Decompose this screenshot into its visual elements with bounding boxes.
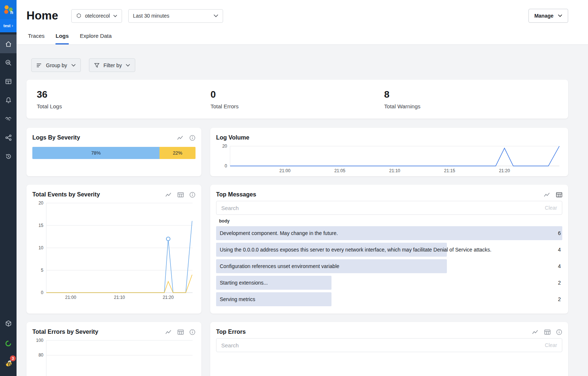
stat-value: 36: [37, 89, 211, 100]
service-map-icon: [5, 134, 12, 141]
card-title: Total Events by Severity: [32, 191, 165, 198]
filter-by-button[interactable]: Filter by: [89, 58, 136, 72]
table-icon[interactable]: [178, 192, 184, 198]
total-events-chart: 0510152021:0021:1021:20: [32, 201, 196, 301]
top-messages-rows: Development component. May change in the…: [216, 226, 562, 306]
time-range-selector[interactable]: Last 30 minutes: [128, 9, 223, 23]
table-icon[interactable]: [178, 329, 184, 335]
page-header: Home otelcorecol Last 30 minutes: [17, 0, 588, 45]
sidebar-item-home[interactable]: [0, 35, 17, 53]
sidebar-item-status[interactable]: [0, 333, 17, 353]
info-icon[interactable]: [189, 192, 196, 198]
tab-bar: Traces Logs Explore Data: [17, 23, 588, 45]
environment-label: test: [3, 24, 11, 28]
sidebar-item-history[interactable]: [0, 147, 17, 166]
query-icon: [5, 59, 12, 66]
message-text: Development component. May change in the…: [216, 230, 338, 236]
sidebar-item-service-map[interactable]: [0, 128, 17, 147]
notification-badge: 3: [10, 355, 16, 361]
line-chart-icon[interactable]: [532, 329, 539, 335]
hexagon-icon: [76, 13, 82, 19]
sidebar-item-slos[interactable]: [0, 109, 17, 128]
status-ring-icon: [5, 340, 12, 347]
sidebar-item-boards[interactable]: [0, 72, 17, 91]
main-content: Home otelcorecol Last 30 minutes: [17, 0, 588, 376]
sidebar-item-query[interactable]: [0, 53, 17, 72]
search-input[interactable]: [221, 342, 545, 348]
svg-text:20: 20: [39, 201, 44, 206]
sidebar-nav: [0, 32, 17, 166]
svg-text:21:00: 21:00: [65, 295, 76, 300]
search-bar: Clear: [216, 338, 562, 352]
app: h test ›: [0, 0, 588, 376]
stat-label: Total Logs: [37, 103, 211, 109]
search-bar: Clear: [216, 201, 562, 215]
svg-text:21:05: 21:05: [334, 168, 345, 173]
message-row[interactable]: Serving metrics2: [216, 292, 562, 306]
group-by-button[interactable]: Group by: [31, 58, 81, 72]
message-count: 6: [558, 230, 562, 236]
chevron-right-icon: ›: [12, 23, 13, 28]
manage-button[interactable]: Manage: [528, 9, 568, 23]
svg-text:80: 80: [39, 352, 44, 358]
card-top-errors: Top Errors Clear: [210, 322, 568, 376]
handshake-icon: [4, 115, 12, 123]
environment-switcher[interactable]: test ›: [0, 19, 17, 32]
message-row[interactable]: Development component. May change in the…: [216, 226, 562, 240]
clear-button[interactable]: Clear: [545, 342, 557, 348]
card-title: Top Errors: [216, 329, 532, 335]
log-volume-chart: 02021:0021:0521:1021:1521:20: [216, 144, 562, 174]
filter-toolbar: Group by Filter by: [31, 58, 568, 72]
line-chart-icon[interactable]: [165, 329, 172, 335]
stat-label: Total Errors: [211, 103, 384, 109]
chevron-down-icon: [126, 64, 130, 67]
info-icon[interactable]: [556, 329, 562, 335]
sidebar-bottom: 3: [0, 314, 17, 376]
history-icon: [5, 153, 12, 160]
card-log-volume: Log Volume 02021:0021:0521:1021:1521:20: [210, 128, 568, 176]
dashboard-grid: Logs By Severity 78%22% Log Volume 02021…: [26, 128, 568, 376]
clear-button[interactable]: Clear: [545, 205, 557, 211]
card-title: Total Errors by Severity: [32, 329, 165, 335]
message-count: 2: [558, 280, 562, 286]
svg-text:20: 20: [222, 144, 227, 149]
card-top-messages: Top Messages Clear body Development comp…: [210, 185, 568, 314]
stat-label: Total Warnings: [384, 103, 558, 109]
severity-segment: 22%: [159, 147, 196, 159]
boards-icon: [5, 78, 12, 85]
sidebar-item-alerts[interactable]: [0, 91, 17, 109]
table-icon[interactable]: [544, 329, 551, 335]
message-text: Using the 0.0.0.0 address exposes this s…: [216, 247, 491, 253]
dataset-selector[interactable]: otelcorecol: [71, 9, 122, 23]
svg-text:21:10: 21:10: [114, 295, 125, 300]
svg-text:21:10: 21:10: [389, 168, 400, 173]
message-row[interactable]: Configuration references unset environme…: [216, 259, 562, 273]
search-input[interactable]: [221, 205, 545, 211]
tab-logs[interactable]: Logs: [55, 33, 69, 44]
message-count: 4: [558, 263, 562, 269]
card-title: Top Messages: [216, 191, 544, 198]
dataset-label: otelcorecol: [85, 13, 110, 19]
chevron-down-icon: [113, 15, 117, 17]
card-total-errors-by-severity: Total Errors by Severity 80100: [26, 322, 201, 376]
group-by-icon: [36, 63, 42, 68]
table-icon[interactable]: [556, 192, 562, 198]
content-area: Group by Filter by 36: [17, 45, 588, 376]
sidebar-item-assistant[interactable]: 3: [0, 353, 17, 373]
line-chart-icon[interactable]: [544, 192, 551, 197]
svg-text:5: 5: [41, 268, 43, 273]
message-row[interactable]: Using the 0.0.0.0 address exposes this s…: [216, 243, 562, 257]
filter-icon: [94, 63, 100, 68]
chevron-down-icon: [71, 64, 76, 67]
info-icon[interactable]: [189, 135, 196, 141]
line-chart-icon[interactable]: [165, 192, 172, 197]
line-chart-icon[interactable]: [177, 135, 184, 140]
stat-value: 0: [211, 89, 384, 100]
tab-explore-data[interactable]: Explore Data: [80, 33, 112, 44]
bell-icon: [5, 97, 12, 104]
sidebar-item-package[interactable]: [0, 314, 17, 333]
info-icon[interactable]: [189, 329, 196, 335]
honeycomb-logo[interactable]: h: [0, 0, 17, 19]
tab-traces[interactable]: Traces: [28, 33, 44, 44]
message-row[interactable]: Starting extensions...2: [216, 276, 562, 290]
